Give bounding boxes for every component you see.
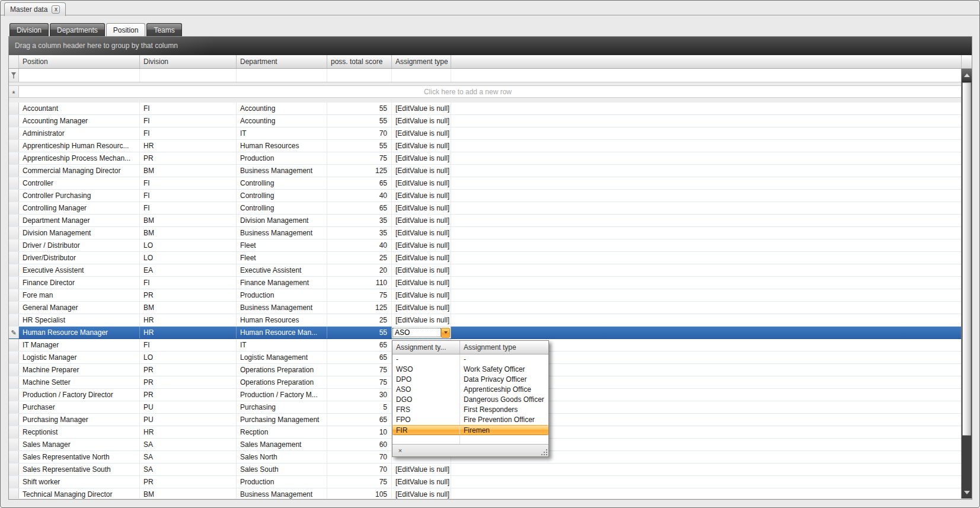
filter-cell-position[interactable]: [19, 69, 140, 82]
table-row[interactable]: Controller Purchasing FI Controlling 40 …: [9, 190, 961, 202]
cell-position[interactable]: Sales Representative South: [19, 464, 140, 475]
cell-assignment-type[interactable]: [EditValue is null]: [392, 264, 451, 276]
table-row[interactable]: Shift worker PR Production 75 [EditValue…: [9, 476, 961, 488]
cell-division[interactable]: FI: [140, 103, 237, 114]
new-row-hint[interactable]: Click here to add a new row: [19, 86, 961, 97]
cell-assignment-type[interactable]: [EditValue is null]: [392, 165, 451, 177]
cell-score[interactable]: 75: [327, 376, 392, 388]
cell-score[interactable]: 75: [327, 152, 392, 164]
cell-position[interactable]: IT Manager: [19, 339, 140, 351]
cell-department[interactable]: Production: [237, 152, 327, 164]
cell-department[interactable]: Executive Assistent: [237, 264, 327, 276]
tab-departments[interactable]: Departments: [50, 23, 105, 36]
cell-position[interactable]: Technical Managing Director: [19, 488, 140, 499]
dropdown-item-name[interactable]: Dangerous Goods Officer: [460, 395, 548, 405]
cell-score[interactable]: 105: [327, 488, 392, 499]
cell-score[interactable]: 65: [327, 202, 392, 214]
dropdown-item-name[interactable]: Fire Prevention Officer: [460, 415, 548, 425]
filter-cell-division[interactable]: [140, 69, 237, 82]
column-header-score[interactable]: poss. total score: [327, 55, 392, 68]
cell-position[interactable]: Driver/Distributor: [19, 252, 140, 264]
cell-assignment-type[interactable]: [EditValue is null]: [392, 252, 451, 264]
cell-score[interactable]: 125: [327, 302, 392, 314]
cell-assignment-type[interactable]: [EditValue is null]: [392, 127, 451, 139]
cell-assignment-type[interactable]: [EditValue is null]: [392, 103, 451, 114]
cell-assignment-type[interactable]: [EditValue is null]: [392, 115, 451, 127]
cell-department[interactable]: Sales South: [237, 464, 327, 475]
cell-assignment-type[interactable]: [EditValue is null]: [392, 314, 451, 326]
dropdown-item-name[interactable]: Apprenticeship Office: [460, 385, 548, 395]
cell-division[interactable]: BM: [140, 215, 237, 226]
cell-assignment-type[interactable]: [EditValue is null]: [392, 464, 451, 475]
cell-department[interactable]: Human Resource Man...: [237, 327, 327, 338]
dropdown-item[interactable]: FRS First Responders: [392, 405, 548, 415]
table-row[interactable]: General Manager BM Business Management 1…: [9, 302, 961, 314]
dropdown-header-code[interactable]: Assignment ty...: [392, 341, 460, 354]
cell-position[interactable]: Sales Manager: [19, 439, 140, 451]
cell-department[interactable]: Fleet: [237, 239, 327, 251]
cell-assignment-type[interactable]: [EditValue is null]: [392, 476, 451, 488]
cell-division[interactable]: HR: [140, 314, 237, 326]
cell-division[interactable]: LO: [140, 239, 237, 251]
tab-master-data[interactable]: Master data x: [4, 2, 66, 16]
cell-division[interactable]: FI: [140, 127, 237, 139]
cell-score[interactable]: 40: [327, 190, 392, 202]
dropdown-item[interactable]: - -: [392, 354, 548, 365]
cell-position[interactable]: Division Management: [19, 227, 140, 239]
tab-position[interactable]: Position: [106, 23, 146, 36]
cell-score[interactable]: 75: [327, 476, 392, 488]
cell-position[interactable]: Machine Preparer: [19, 364, 140, 376]
table-row[interactable]: HR Specialist HR Human Resources 25 [Edi…: [9, 314, 961, 327]
cell-position[interactable]: Controller: [19, 177, 140, 189]
cell-division[interactable]: PU: [140, 401, 237, 413]
cell-department[interactable]: Human Resources: [237, 140, 327, 152]
cell-score[interactable]: 55: [327, 140, 392, 152]
cell-position[interactable]: Department Manager: [19, 215, 140, 226]
cell-division[interactable]: PR: [140, 476, 237, 488]
cell-position[interactable]: Purchasing Manager: [19, 414, 140, 426]
cell-score[interactable]: 110: [327, 277, 392, 289]
dropdown-item-name[interactable]: Data Privacy Officer: [460, 375, 548, 385]
cell-department[interactable]: Division Management: [237, 215, 327, 226]
cell-assignment-type[interactable]: [EditValue is null]: [392, 152, 451, 164]
cell-score[interactable]: 25: [327, 314, 392, 326]
filter-cell-assignment[interactable]: [392, 69, 451, 82]
cell-division[interactable]: LO: [140, 252, 237, 264]
tab-division[interactable]: Division: [9, 23, 49, 36]
cell-score[interactable]: 70: [327, 464, 392, 475]
cell-position[interactable]: Human Resource Manager: [19, 327, 140, 338]
editor-value[interactable]: ASO: [392, 328, 441, 337]
dropdown-item-code[interactable]: WSO: [392, 365, 460, 375]
cell-department[interactable]: Recption: [237, 426, 327, 438]
cell-score[interactable]: 55: [327, 103, 392, 114]
cell-assignment-type[interactable]: [EditValue is null]: [392, 202, 451, 214]
cell-score[interactable]: 65: [327, 352, 392, 363]
cell-division[interactable]: HR: [140, 140, 237, 152]
cell-assignment-type[interactable]: [EditValue is null]: [392, 277, 451, 289]
cell-assignment-type[interactable]: [EditValue is null]: [392, 289, 451, 301]
table-row[interactable]: Controller FI Controlling 65 [EditValue …: [9, 177, 961, 190]
cell-division[interactable]: PR: [140, 152, 237, 164]
cell-division[interactable]: SA: [140, 451, 237, 463]
scroll-up-button[interactable]: [962, 69, 972, 82]
cell-position[interactable]: Apprenticeship Process Mechan...: [19, 152, 140, 164]
dropdown-item-code[interactable]: ASO: [392, 385, 460, 395]
cell-score[interactable]: 70: [327, 127, 392, 139]
cell-score[interactable]: 5: [327, 401, 392, 413]
cell-score[interactable]: 35: [327, 215, 392, 226]
dropdown-item[interactable]: DPO Data Privacy Officer: [392, 375, 548, 385]
scroll-down-button[interactable]: [962, 487, 972, 499]
cell-score[interactable]: 65: [327, 414, 392, 426]
table-row[interactable]: Commercial Managing Director BM Business…: [9, 165, 961, 177]
filter-cell-score[interactable]: [327, 69, 392, 82]
resize-grip[interactable]: [541, 449, 547, 455]
cell-position[interactable]: Machine Setter: [19, 376, 140, 388]
close-tab-button[interactable]: x: [52, 5, 60, 14]
cell-division[interactable]: FI: [140, 339, 237, 351]
cell-division[interactable]: PU: [140, 414, 237, 426]
table-row[interactable]: Apprenticeship Process Mechan... PR Prod…: [9, 152, 961, 165]
cell-division[interactable]: BM: [140, 165, 237, 177]
cell-score[interactable]: 25: [327, 252, 392, 264]
new-row[interactable]: * Click here to add a new row: [9, 85, 961, 98]
cell-department[interactable]: Purchasing: [237, 401, 327, 413]
